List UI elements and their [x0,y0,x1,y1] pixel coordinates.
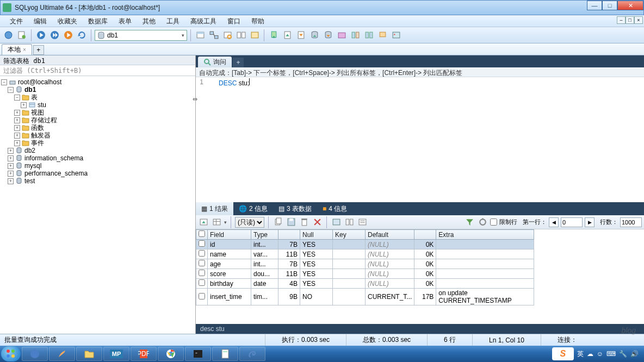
taskbar-item[interactable] [239,347,265,361]
tree-db1[interactable]: db1 [24,86,36,93]
save-icon[interactable] [286,217,296,228]
taskbar-item[interactable] [76,347,102,361]
wrench-icon[interactable]: 🔧 [619,350,627,358]
close-tab-icon[interactable]: × [23,47,26,53]
column-header[interactable]: Default [366,230,414,240]
expand-icon[interactable]: + [8,171,14,177]
tables-icon[interactable] [235,29,247,41]
query-tab[interactable]: 询问 [198,57,232,67]
restore-icon[interactable] [322,29,334,41]
add-query-tab-button[interactable]: + [233,58,244,67]
sync-icon[interactable] [349,29,361,41]
taskbar-item[interactable]: PDF [131,347,157,361]
column-header[interactable]: Key [333,230,366,240]
expand-icon[interactable]: + [8,178,14,184]
column-header[interactable]: Field [208,230,251,240]
mdi-close[interactable]: × [634,16,643,24]
expand-icon[interactable]: + [14,140,20,146]
tree-test[interactable]: test [24,177,35,185]
expand-icon[interactable]: + [8,163,14,169]
tree-triggers[interactable]: 触发器 [31,132,51,139]
expand-icon[interactable]: + [8,155,14,161]
format-icon[interactable] [249,29,261,41]
taskbar-item[interactable]: MP [103,347,129,361]
expand-icon[interactable]: + [14,125,20,131]
object-tree[interactable]: −root@localhost −db1 −表 +stu +视图 +存储过程 +… [0,76,195,334]
add-connection-button[interactable]: + [33,45,44,55]
cloud-icon[interactable]: ☁ [587,350,593,358]
collapse-icon[interactable]: − [1,79,7,85]
menu-other[interactable]: 其他 [137,15,161,27]
table-row[interactable]: birthdaydate4BYES (NULL)0K [196,279,534,289]
data-search-icon[interactable] [221,29,233,41]
expand-icon[interactable]: + [21,102,27,108]
maximize-button[interactable]: □ [602,1,617,10]
export-result-icon[interactable] [198,217,209,228]
taskbar[interactable]: MP PDF - S 英 ☁ ☺ ⌨ 🔧 🔊 [0,346,644,362]
checkbox-header[interactable] [196,230,208,240]
minimize-button[interactable]: — [587,1,602,10]
collapse-icon[interactable]: − [8,87,14,93]
execute-all-icon[interactable] [48,29,60,41]
keyboard-icon[interactable]: ⌨ [606,350,616,358]
menu-edit[interactable]: 编辑 [28,15,52,27]
menu-file[interactable]: 文件 [4,15,28,27]
result-tab-messages[interactable]: 🌐2 信息 [233,202,273,216]
tree-root[interactable]: root@localhost [18,78,61,86]
import-icon[interactable] [268,29,280,41]
text-mode-icon[interactable] [357,217,368,228]
tree-procs[interactable]: 存储过程 [31,116,57,124]
expand-icon[interactable]: + [14,110,20,116]
cancel-icon[interactable] [312,217,323,228]
import-csv-icon[interactable] [295,29,307,41]
form-mode-icon[interactable] [344,217,355,228]
menu-help[interactable]: 帮助 [246,15,270,27]
notification-icon[interactable] [376,29,388,41]
sogou-ime-icon[interactable]: S [552,347,574,360]
tree-views[interactable]: 视图 [31,109,44,116]
smiley-icon[interactable]: ☺ [597,350,603,358]
row-checkbox[interactable] [199,270,205,276]
filter-icon[interactable] [464,217,475,228]
menu-favorites[interactable]: 收藏夹 [52,15,83,27]
refresh-icon[interactable] [76,29,88,41]
taskbar-item[interactable] [158,347,184,361]
tree-mysql[interactable]: mysql [24,162,41,170]
column-header[interactable] [414,230,436,240]
row-checkbox[interactable] [199,250,205,257]
schema-designer-icon[interactable] [208,29,220,41]
system-tray[interactable]: S 英 ☁ ☺ ⌨ 🔧 🔊 [552,347,643,360]
start-button[interactable] [1,346,21,361]
tree-events[interactable]: 事件 [31,139,44,147]
delete-row-icon[interactable] [299,217,309,228]
row-checkbox[interactable] [199,240,205,247]
compare-icon[interactable] [363,29,375,41]
rows-input[interactable] [620,217,642,227]
resize-handle-icon[interactable]: ⇔ [193,96,197,103]
backup-icon[interactable] [308,29,320,41]
execute-icon[interactable] [35,29,47,41]
readonly-mode-select[interactable]: (只读) [235,217,264,228]
expand-icon[interactable]: + [8,148,14,154]
result-tab-info[interactable]: ■4 信息 [317,202,352,216]
new-connection-icon[interactable] [2,29,14,41]
collapse-icon[interactable]: − [14,95,20,101]
copy-row-icon[interactable] [273,217,283,228]
connection-tab[interactable]: 本地 × [2,44,32,55]
table-row[interactable]: insert_timetim...9BNO CURRENT_T...17Bon … [196,289,534,305]
taskbar-item[interactable]: - [185,347,211,361]
tree-infoschema[interactable]: information_schema [24,154,83,162]
row-checkbox[interactable] [199,293,205,299]
ime-indicator[interactable]: 英 [577,349,584,359]
table-row[interactable]: namevar...11BYES (NULL)0K [196,249,534,259]
tree-db2[interactable]: db2 [24,147,35,154]
expand-icon[interactable]: + [14,133,20,139]
grid-mode-icon[interactable] [331,217,342,228]
table-row[interactable]: idint...7BYES (NULL)0K [196,240,534,249]
taskbar-item[interactable] [49,347,75,361]
no-limit-checkbox[interactable] [490,219,497,226]
taskbar-item[interactable] [212,347,238,361]
menu-tools[interactable]: 工具 [161,15,185,27]
expand-icon[interactable]: + [14,117,20,123]
table-row[interactable]: scoredou...11BYES (NULL)0K [196,269,534,279]
